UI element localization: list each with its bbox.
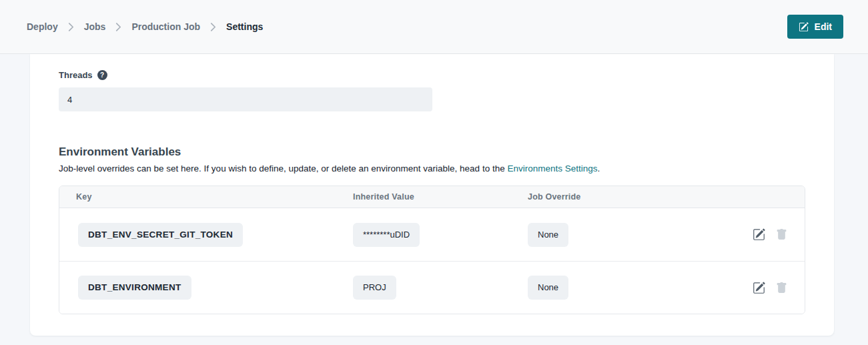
trash-icon: [776, 228, 787, 241]
chevron-right-icon: [210, 23, 216, 31]
table-header-row: Key Inherited Value Job Override: [59, 186, 805, 208]
delete-row-button[interactable]: [776, 282, 787, 294]
edit-button-label: Edit: [815, 21, 832, 32]
settings-card: Threads ? Environment Variables Job-leve…: [30, 54, 834, 336]
env-var-job-override: None: [528, 223, 568, 247]
chevron-right-icon: [115, 23, 121, 31]
delete-row-button[interactable]: [776, 228, 787, 241]
breadcrumb: Deploy Jobs Production Job Settings: [27, 21, 263, 32]
env-var-inherited-value: PROJ: [353, 276, 396, 300]
pencil-square-icon: [753, 282, 765, 294]
pencil-square-icon: [799, 22, 809, 32]
edit-button[interactable]: Edit: [787, 15, 843, 39]
env-vars-description-text: Job-level overrides can be set here. If …: [59, 163, 507, 174]
edit-row-button[interactable]: [753, 228, 765, 241]
table-row: DBT_ENVIRONMENT PROJ None: [59, 261, 805, 314]
env-var-job-override: None: [528, 276, 568, 300]
trash-icon: [776, 282, 787, 294]
threads-label: Threads: [59, 70, 93, 80]
edit-row-button[interactable]: [753, 282, 765, 294]
env-vars-table: Key Inherited Value Job Override DBT_ENV…: [59, 186, 805, 314]
env-var-inherited-value: ********uDID: [353, 223, 420, 247]
environments-settings-link[interactable]: Environments Settings: [507, 163, 597, 174]
question-circle-icon[interactable]: ?: [97, 70, 107, 80]
column-header-job-override: Job Override: [528, 192, 805, 202]
column-header-inherited-value: Inherited Value: [353, 192, 528, 202]
breadcrumb-item-production-job[interactable]: Production Job: [131, 21, 200, 32]
column-header-key: Key: [59, 192, 353, 202]
env-vars-description-period: .: [598, 163, 600, 174]
breadcrumb-item-deploy[interactable]: Deploy: [27, 21, 58, 32]
top-bar: Deploy Jobs Production Job Settings Edit: [0, 0, 868, 54]
env-vars-title: Environment Variables: [59, 145, 805, 159]
breadcrumb-item-settings: Settings: [226, 21, 263, 32]
table-row: DBT_ENV_SECRET_GIT_TOKEN ********uDID No…: [59, 208, 805, 261]
chevron-right-icon: [68, 23, 74, 31]
env-var-key: DBT_ENVIRONMENT: [78, 276, 191, 300]
pencil-square-icon: [753, 228, 765, 241]
env-var-key: DBT_ENV_SECRET_GIT_TOKEN: [78, 223, 243, 247]
threads-input[interactable]: [59, 87, 432, 111]
breadcrumb-item-jobs[interactable]: Jobs: [84, 21, 106, 32]
env-vars-description: Job-level overrides can be set here. If …: [59, 163, 805, 174]
